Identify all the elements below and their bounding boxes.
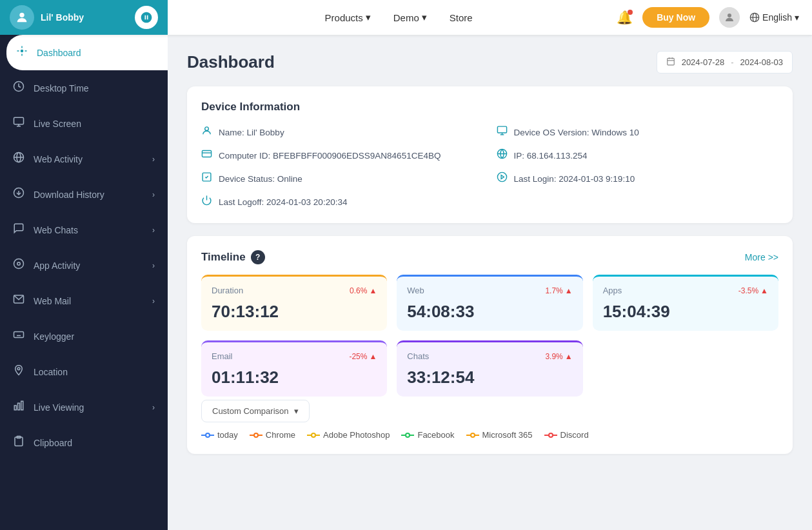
bar-chart-icon [13,400,25,415]
legend-item-m365: Microsoft 365 [466,430,533,440]
last-logoff-item: Last Logoff: 2024-01-03 20:20:34 [201,195,484,209]
svg-point-5 [21,50,24,53]
sidebar-label-web-mail: Web Mail [34,296,71,306]
sidebar-label-live-screen: Live Screen [34,119,81,129]
stat-value-web: 54:08:33 [407,302,572,322]
sidebar-item-dashboard[interactable]: Dashboard [6,35,168,70]
stat-change-email: -25% ▲ [349,352,377,361]
legend-line-discord [544,432,557,438]
chevron-right-icon: › [152,155,155,164]
sidebar-item-live-viewing[interactable]: Live Viewing › [0,389,168,425]
sidebar-item-live-screen[interactable]: Live Screen [0,106,168,141]
last-login-item: Last Login: 2024-01-03 9:19:10 [497,172,779,186]
legend-line-chrome [250,432,262,438]
timeline-card: Timeline ? More >> Duration 0.6% ▲ 70:13… [187,236,793,454]
device-name-item: Name: Lil' Bobby [201,125,484,139]
sidebar-item-app-activity[interactable]: App Activity › [0,248,168,283]
legend-item-today: today [201,430,238,440]
sidebar-label-web-activity: Web Activity [34,154,83,164]
sidebar-label-keylogger: Keylogger [34,331,74,342]
stat-value-email: 01:11:32 [212,368,377,388]
timeline-stats-row1: Duration 0.6% ▲ 70:13:12 Web 1.7% ▲ [201,275,778,331]
sidebar-item-web-mail[interactable]: Web Mail › [0,283,168,319]
sidebar-item-keylogger[interactable]: Keylogger [0,319,168,354]
legend-line-photoshop [307,432,320,438]
sidebar-item-desktop-time[interactable]: Desktop Time [0,70,168,106]
ip-address: IP: 68.164.113.254 [514,151,588,161]
sidebar-username: Lil' Bobby [41,12,84,23]
dashboard-header: Dashboard 2024-07-28 - 2024-08-03 [187,51,793,74]
more-link[interactable]: More >> [745,252,778,262]
computer-id-item: Computer ID: BFEBFBFF000906EDSS9AN84651C… [201,148,484,162]
svg-rect-38 [202,151,211,157]
computer-id: Computer ID: BFEBFBFF000906EDSS9AN84651C… [219,151,441,161]
ip-icon [497,148,508,162]
stat-label-web: Web [407,286,424,295]
nav-demo[interactable]: Demo ▾ [393,12,427,23]
buy-now-button[interactable]: Buy Now [642,7,709,28]
timeline-title: Timeline [201,251,246,264]
stat-label-apps: Apps [603,286,622,295]
page-title: Dashboard [187,52,275,72]
sidebar-item-web-activity[interactable]: Web Activity › [0,141,168,177]
device-status: Device Status: Online [219,174,302,184]
sidebar: Dashboard Desktop Time Live Screen Web A… [0,35,168,530]
legend-line-m365 [466,432,479,438]
sidebar-item-clipboard[interactable]: Clipboard [0,425,168,460]
svg-marker-43 [501,175,504,179]
chevron-right-icon: › [152,190,155,199]
nav-store[interactable]: Store [450,12,473,23]
language-selector[interactable]: English ▾ [749,12,799,23]
location-icon [13,364,25,379]
legend-line-facebook [401,432,414,438]
svg-point-15 [14,259,24,269]
stat-label-email: Email [212,351,233,361]
clipboard-icon [13,435,25,450]
empty-stat-cell [593,340,778,397]
sidebar-label-desktop-time: Desktop Time [34,83,89,93]
nav-products[interactable]: Products ▾ [325,12,371,23]
stat-card-chats: Chats 3.9% ▲ 33:12:54 [397,340,582,397]
svg-point-50 [312,433,315,437]
sidebar-label-clipboard: Clipboard [34,438,72,448]
svg-point-48 [254,433,258,437]
date-to: 2024-08-03 [740,57,784,67]
notification-bell[interactable]: 🔔 [617,10,633,25]
date-range-picker[interactable]: 2024-07-28 - 2024-08-03 [657,51,793,74]
play-icon [497,172,508,186]
sidebar-label-location: Location [34,367,68,377]
chevron-right-icon: › [152,226,155,235]
svg-rect-30 [667,58,674,65]
help-button[interactable]: ? [251,250,265,264]
stat-card-web: Web 1.7% ▲ 54:08:33 [397,275,582,331]
stat-change-chats: 3.9% ▲ [545,352,572,361]
svg-rect-26 [18,403,20,410]
monitor-icon [13,116,25,131]
sidebar-item-download-history[interactable]: Download History › [0,177,168,212]
svg-point-1 [728,14,731,17]
device-os-item: Device OS Version: Windows 10 [497,125,779,139]
legend-item-discord: Discord [544,430,589,440]
device-status-item: Device Status: Online [201,172,484,186]
stat-value-duration: 70:13:12 [212,302,377,322]
chart-legend: today Chrome Adobe Photoshop Facebook [201,430,778,440]
sidebar-item-location[interactable]: Location [0,354,168,389]
chevron-right-icon: › [152,297,155,306]
stat-value-apps: 15:04:39 [603,302,768,322]
svg-point-52 [406,433,410,437]
user-avatar-top[interactable] [719,7,740,28]
device-info-grid: Name: Lil' Bobby Device OS Version: Wind… [201,125,778,209]
user-avatar-sidebar [10,5,34,30]
stat-card-apps: Apps -3.5% ▲ 15:04:39 [593,275,778,331]
stat-change-web: 1.7% ▲ [545,286,572,295]
power-icon [201,195,212,209]
sidebar-header: Lil' Bobby [0,0,168,35]
date-from: 2024-07-28 [682,57,725,67]
grid-icon [13,258,25,273]
custom-comparison-dropdown[interactable]: Custom Comparison ▾ [201,400,310,422]
id-icon [201,148,212,162]
monitor-small-icon [497,125,508,139]
stat-label-chats: Chats [407,351,429,361]
stat-value-chats: 33:12:54 [407,368,572,388]
sidebar-item-web-chats[interactable]: Web Chats › [0,212,168,248]
